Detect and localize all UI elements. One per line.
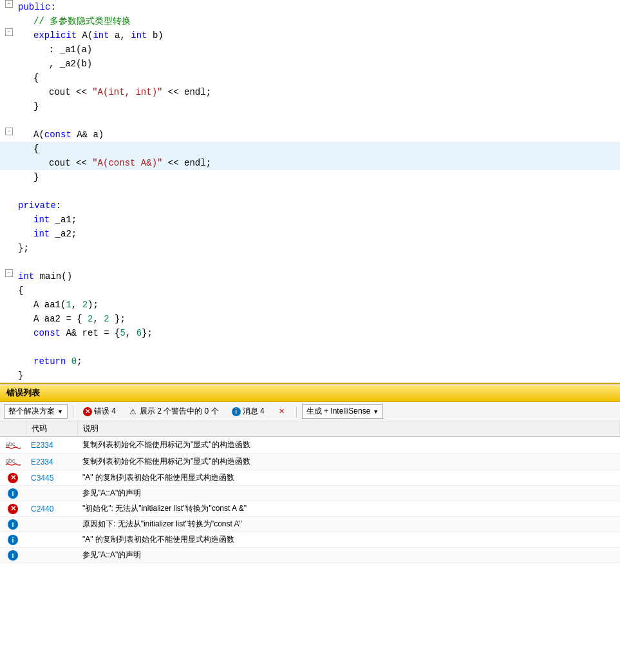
code-content: private: [18, 198, 620, 213]
collapse-button[interactable]: − [5, 0, 13, 8]
error-icon-cell: i [0, 548, 26, 563]
code-token: : _a1(a) [49, 44, 92, 55]
error-code-link[interactable]: C3445 [31, 474, 53, 483]
code-token: , [126, 328, 136, 338]
line-gutter: − [0, 128, 18, 135]
code-line: −public: [0, 0, 620, 14]
code-token: ; [77, 356, 82, 367]
code-line: }; [0, 241, 620, 255]
table-row[interactable]: ✕C3445"A" 的复制列表初始化不能使用显式构造函数 [0, 470, 620, 486]
filter-btn[interactable]: ✕ [273, 405, 291, 418]
code-token: A& a) [71, 130, 104, 140]
code-content: public: [18, 0, 620, 14]
error-code-cell [26, 548, 77, 563]
table-row[interactable]: i参见"A::A"的声明 [0, 548, 620, 563]
error-description-cell: 复制列表初始化不能使用标记为"显式"的构造函数 [77, 454, 620, 470]
code-line: { [0, 71, 620, 85]
error-description-cell: 复制列表初始化不能使用标记为"显式"的构造函数 [77, 437, 620, 454]
table-row[interactable]: i参见"A::A"的声明 [0, 486, 620, 501]
code-line: −explicit A(int a, int b) [0, 28, 620, 43]
code-content: A(const A& a) [18, 128, 620, 142]
error-icon-cell: abc [0, 437, 26, 454]
code-content: const A& ret = {5, 6}; [18, 326, 620, 340]
table-header-row: 代码 说明 [0, 421, 620, 437]
code-token: "A(int, int)" [92, 87, 162, 97]
code-token: } [33, 172, 39, 182]
collapse-button[interactable]: − [5, 128, 13, 135]
code-line: : _a1(a) [0, 43, 620, 57]
code-line [0, 340, 620, 354]
error-code-link[interactable]: E2334 [31, 457, 53, 466]
line-gutter: − [0, 28, 18, 36]
code-content: int main() [18, 269, 620, 283]
generate-dropdown[interactable]: 生成 + IntelliSense ▼ [302, 404, 384, 419]
code-token: : [50, 2, 55, 12]
code-token: int [18, 271, 34, 282]
code-token: 1 [66, 300, 71, 310]
code-token: cout [49, 158, 71, 168]
scope-label: 整个解决方案 [8, 406, 55, 417]
code-content: : _a1(a) [18, 43, 620, 57]
error-btn[interactable]: ✕ 错误 4 [79, 404, 120, 419]
scope-dropdown[interactable]: 整个解决方案 ▼ [4, 404, 68, 419]
code-token: return [33, 356, 66, 367]
code-token: ; [206, 158, 211, 168]
code-token: } [33, 101, 39, 111]
code-token [66, 356, 71, 367]
code-content: { [18, 283, 620, 298]
error-icon-cell: ✕ [0, 501, 26, 517]
code-line: −A(const A& a) [0, 128, 620, 142]
info-row-icon: i [8, 519, 18, 530]
code-line: const A& ret = {5, 6}; [0, 326, 620, 340]
error-code-link[interactable]: C2440 [31, 504, 53, 514]
code-content: int _a1; [18, 213, 620, 227]
code-content: { [18, 71, 620, 85]
col-header-desc: 说明 [77, 421, 620, 437]
message-btn[interactable]: i 消息 4 [227, 404, 269, 419]
code-token: { [33, 73, 39, 83]
error-description-cell: "初始化": 无法从"initializer list"转换为"const A … [77, 501, 620, 517]
error-icon-cell: abc [0, 454, 26, 470]
code-content: } [18, 170, 620, 184]
error-row-icon: ✕ [8, 473, 18, 483]
table-row[interactable]: abc E2334复制列表初始化不能使用标记为"显式"的构造函数 [0, 437, 620, 454]
code-token: A& ret = { [61, 328, 120, 338]
warning-btn[interactable]: ⚠ 展示 2 个警告中的 0 个 [124, 404, 223, 419]
code-content: // 多参数隐式类型转换 [18, 14, 620, 28]
table-row[interactable]: i"A" 的复制列表初始化不能使用显式构造函数 [0, 532, 620, 548]
code-content: }; [18, 241, 620, 255]
table-row[interactable]: abc E2334复制列表初始化不能使用标记为"显式"的构造函数 [0, 454, 620, 470]
code-token: endl [184, 158, 206, 168]
squiggly-icon: abc [5, 442, 21, 451]
svg-text:abc: abc [6, 441, 15, 447]
code-content: } [18, 99, 620, 113]
code-content: return 0; [18, 354, 620, 369]
code-token: }; [109, 314, 126, 324]
error-icon-cell: i [0, 486, 26, 501]
squiggly-icon: abc [5, 459, 21, 468]
code-token: const [44, 130, 71, 140]
error-code-link[interactable]: E2334 [31, 441, 53, 450]
table-row[interactable]: ✕C2440"初始化": 无法从"initializer list"转换为"co… [0, 501, 620, 517]
code-token: int [93, 30, 109, 41]
separator-1 [73, 406, 73, 418]
code-token: : [56, 200, 61, 211]
table-row[interactable]: i原因如下: 无法从"initializer list"转换为"const A" [0, 517, 620, 532]
code-token: a, [109, 30, 131, 41]
chevron-down-icon-2: ▼ [373, 408, 379, 415]
collapse-button[interactable]: − [5, 269, 13, 277]
error-description-cell: 参见"A::A"的声明 [77, 486, 620, 501]
code-token: }; [142, 328, 153, 338]
code-token: explicit [33, 30, 77, 41]
code-token: << [71, 87, 93, 97]
code-token: b) [147, 30, 163, 41]
code-line: int _a2; [0, 227, 620, 241]
code-token: "A(const A&)" [92, 158, 162, 168]
code-line: A aa2 = { 2, 2 }; [0, 312, 620, 326]
code-token: 5 [120, 328, 125, 338]
error-description-cell: "A" 的复制列表初始化不能使用显式构造函数 [77, 532, 620, 548]
error-description-cell: 参见"A::A"的声明 [77, 548, 620, 563]
code-token: 0 [71, 356, 77, 367]
collapse-button[interactable]: − [5, 28, 13, 36]
code-token: , _a2(b) [49, 59, 92, 69]
